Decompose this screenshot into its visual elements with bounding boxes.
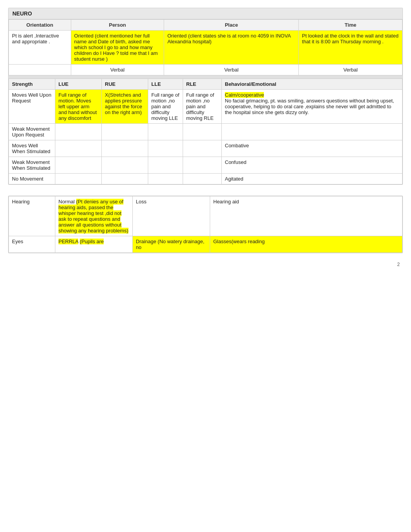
combative-cell: Combative bbox=[222, 140, 402, 157]
orientation-label-cell: Orientation bbox=[9, 20, 71, 31]
moves-well-stim-label: Moves Well When Stimulated bbox=[9, 140, 55, 157]
eyes-glasses: Glasses(wears reading bbox=[210, 236, 402, 253]
person-header: Person bbox=[71, 20, 164, 31]
nm-rle bbox=[183, 174, 222, 184]
rue-value: X(Stretches and applies pressure against… bbox=[102, 90, 148, 124]
hearing-normal-cell: Normal (Pt denies any use of hearing aid… bbox=[55, 196, 133, 236]
hearing-normal: Normal bbox=[58, 199, 75, 205]
behavioral-header: Behavioral/Emotional bbox=[222, 79, 402, 90]
neuro-title: NEURO bbox=[9, 8, 402, 19]
hearing-loss-cell: Loss bbox=[133, 196, 210, 236]
nm-rue bbox=[102, 174, 148, 184]
eyes-drainage: Drainage (No watery drainage, no bbox=[133, 236, 210, 253]
lle-header: LLE bbox=[148, 79, 183, 90]
strength-table: Strength LUE RUE LLE RLE Behavioral/Emot… bbox=[9, 78, 402, 184]
section-divider bbox=[9, 75, 402, 78]
alert-label: Pt is alert ,Interactive and appropriate… bbox=[9, 31, 71, 65]
eyes-perrla-cell: PERRLA (Pupils are bbox=[55, 236, 133, 253]
weak-stim-row: Weak Movement When Stimulated Confused bbox=[9, 157, 402, 174]
mws-rue bbox=[102, 140, 148, 157]
time-value: Pt looked at the clock in the wall and s… bbox=[299, 31, 402, 65]
eyes-perrla-detail: (Pupils are bbox=[80, 239, 104, 244]
lle-value: Full range of motion ,no pain and diffic… bbox=[148, 90, 183, 124]
nm-lle bbox=[148, 174, 183, 184]
no-movement-label: No Movement bbox=[9, 174, 55, 184]
eyes-label: Eyes bbox=[9, 236, 55, 253]
place-value: Oriented (client states she is at room n… bbox=[164, 31, 299, 65]
section-gap bbox=[8, 192, 403, 196]
mws-rle bbox=[183, 140, 222, 157]
orientation-table: Orientation Person Place Time Pt is aler… bbox=[9, 19, 402, 75]
weak-lle bbox=[148, 124, 183, 140]
agitated-cell: Agitated bbox=[222, 174, 402, 184]
neuro-section: NEURO Orientation Person Place Time Pt i… bbox=[8, 8, 403, 185]
confused-cell: Confused bbox=[222, 157, 402, 174]
wms-lle bbox=[148, 157, 183, 174]
weak-request-row: Weak Movement Upon Request bbox=[9, 124, 402, 140]
lue-header: LUE bbox=[55, 79, 102, 90]
eyes-perrla: PERRLA bbox=[58, 239, 78, 244]
strength-label: Strength bbox=[9, 79, 55, 90]
rle-value: Full range of motion ,no pain and diffic… bbox=[183, 90, 222, 124]
verbal-3: Verbal bbox=[299, 65, 402, 75]
weak-stim-label: Weak Movement When Stimulated bbox=[9, 157, 55, 174]
verbal-empty bbox=[9, 65, 71, 75]
page-number: 2 bbox=[8, 260, 403, 269]
verbal-1: Verbal bbox=[71, 65, 164, 75]
hearing-eyes-section: Hearing Normal (Pt denies any use of hea… bbox=[8, 196, 403, 253]
lue-value: Full range of motion. Moves left upper a… bbox=[55, 90, 102, 124]
nm-lue bbox=[55, 174, 102, 184]
hearing-table: Hearing Normal (Pt denies any use of hea… bbox=[9, 196, 402, 253]
orientation-header-row: Orientation Person Place Time bbox=[9, 20, 402, 31]
weak-rue bbox=[102, 124, 148, 140]
mws-lle bbox=[148, 140, 183, 157]
behavioral-value: Calm/cooperative bbox=[225, 92, 264, 98]
weak-behavioral bbox=[222, 124, 402, 140]
weak-request-label: Weak Movement Upon Request bbox=[9, 124, 55, 140]
verbal-row: Verbal Verbal Verbal bbox=[9, 65, 402, 75]
strength-header-row: Strength LUE RUE LLE RLE Behavioral/Emot… bbox=[9, 79, 402, 90]
wms-lue bbox=[55, 157, 102, 174]
rue-header: RUE bbox=[102, 79, 148, 90]
behavioral-value-cell: Calm/cooperative No facial grimacing, pt… bbox=[222, 90, 402, 124]
behavioral-detail: No facial grimacing, pt. was smiling, an… bbox=[225, 98, 394, 115]
wms-rue bbox=[102, 157, 148, 174]
mws-lue bbox=[55, 140, 102, 157]
orientation-data-row: Pt is alert ,Interactive and appropriate… bbox=[9, 31, 402, 65]
wms-rle bbox=[183, 157, 222, 174]
moves-well-request-row: Moves Well Upon Request Full range of mo… bbox=[9, 90, 402, 124]
place-header: Place bbox=[164, 20, 299, 31]
rle-header: RLE bbox=[183, 79, 222, 90]
moves-well-request-label: Moves Well Upon Request bbox=[9, 90, 55, 124]
person-value: Oriented (client mentioned her full name… bbox=[71, 31, 164, 65]
hearing-aid-cell: Hearing aid bbox=[210, 196, 402, 236]
verbal-2: Verbal bbox=[164, 65, 299, 75]
page: NEURO Orientation Person Place Time Pt i… bbox=[8, 8, 403, 269]
time-header: Time bbox=[299, 20, 402, 31]
no-movement-row: No Movement Agitated bbox=[9, 174, 402, 184]
hearing-label: Hearing bbox=[9, 196, 55, 236]
weak-rle bbox=[183, 124, 222, 140]
moves-well-stim-row: Moves Well When Stimulated Combative bbox=[9, 140, 402, 157]
eyes-row: Eyes PERRLA (Pupils are Drainage (No wat… bbox=[9, 236, 402, 253]
hearing-row: Hearing Normal (Pt denies any use of hea… bbox=[9, 196, 402, 236]
weak-lue bbox=[55, 124, 102, 140]
